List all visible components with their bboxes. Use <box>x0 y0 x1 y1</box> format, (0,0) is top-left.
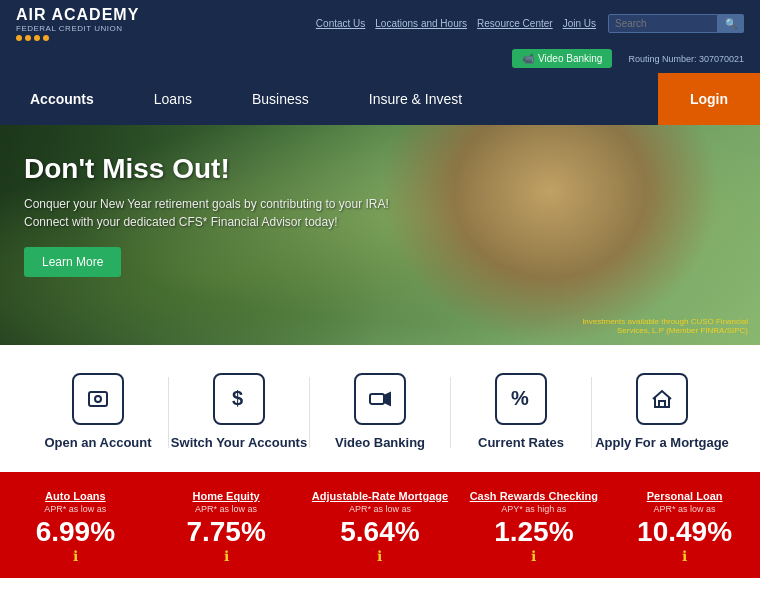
apply-mortgage-label: Apply For a Mortgage <box>595 435 729 452</box>
rate-item-2: Adjustable-Rate Mortgage APR* as low as … <box>312 490 448 564</box>
search-input[interactable] <box>608 14 718 33</box>
switch-accounts-label: Switch Your Accounts <box>171 435 307 452</box>
video-icon: 📹 <box>522 53 534 64</box>
rate-title-3[interactable]: Cash Rewards Checking <box>470 490 598 502</box>
switch-accounts-icon: $ <box>213 373 265 425</box>
rate-subtitle-1: APR* as low as <box>195 504 257 514</box>
svg-text:%: % <box>511 387 529 409</box>
rate-info-icon-2[interactable]: ℹ <box>377 548 382 564</box>
search-button[interactable]: 🔍 <box>718 14 744 33</box>
open-account-label: Open an Account <box>44 435 151 452</box>
svg-marker-6 <box>384 393 390 405</box>
quick-link-open-account[interactable]: Open an Account <box>28 373 168 452</box>
rate-item-1: Home Equity APR* as low as 7.75% ℹ <box>161 490 291 564</box>
rate-info-icon-1[interactable]: ℹ <box>224 548 229 564</box>
locations-link[interactable]: Locations and Hours <box>375 18 467 29</box>
rate-info-icon-3[interactable]: ℹ <box>531 548 536 564</box>
rate-item-4: Personal Loan APR* as low as 10.49% ℹ <box>620 490 750 564</box>
hero-title: Don't Miss Out! <box>24 153 396 185</box>
nav-insure-invest[interactable]: Insure & Invest <box>339 73 492 125</box>
rate-info-icon-4[interactable]: ℹ <box>682 548 687 564</box>
quick-links: Open an Account $ Switch Your Accounts V… <box>0 345 760 472</box>
svg-rect-8 <box>659 401 665 407</box>
rate-subtitle-2: APR* as low as <box>349 504 411 514</box>
quick-link-switch-accounts[interactable]: $ Switch Your Accounts <box>169 373 309 452</box>
rate-subtitle-3: APY* as high as <box>501 504 566 514</box>
hero-cta-button[interactable]: Learn More <box>24 247 121 277</box>
top-nav-right: Contact Us Locations and Hours Resource … <box>316 14 744 33</box>
quick-link-apply-mortgage[interactable]: Apply For a Mortgage <box>592 373 732 452</box>
dot-1 <box>16 35 22 41</box>
hero-content: Don't Miss Out! Conquer your New Year re… <box>0 125 420 305</box>
hero-people-image <box>380 125 720 345</box>
top-bar: AIR ACADEMY FEDERAL CREDIT UNION Contact… <box>0 0 760 47</box>
video-banking-button[interactable]: 📹 Video Banking <box>512 49 612 68</box>
video-banking-icon <box>354 373 406 425</box>
rate-item-3: Cash Rewards Checking APY* as high as 1.… <box>469 490 599 564</box>
rate-subtitle-4: APR* as low as <box>654 504 716 514</box>
quick-link-video-banking[interactable]: Video Banking <box>310 373 450 452</box>
main-nav: Accounts Loans Business Insure & Invest … <box>0 73 760 125</box>
rate-item-0: Auto Loans APR* as low as 6.99% ℹ <box>10 490 140 564</box>
dot-2 <box>25 35 31 41</box>
rate-subtitle-0: APR* as low as <box>44 504 106 514</box>
brand-sub: FEDERAL CREDIT UNION <box>16 24 139 33</box>
hero-disclaimer: Investments available through CUSO Finan… <box>568 317 748 335</box>
hero-text: Conquer your New Year retirement goals b… <box>24 195 396 231</box>
rate-info-icon-0[interactable]: ℹ <box>73 548 78 564</box>
nav-business[interactable]: Business <box>222 73 339 125</box>
contact-us-link[interactable]: Contact Us <box>316 18 365 29</box>
rate-title-0[interactable]: Auto Loans <box>45 490 106 502</box>
resource-center-link[interactable]: Resource Center <box>477 18 553 29</box>
dot-3 <box>34 35 40 41</box>
video-banking-label: Video Banking <box>538 53 602 64</box>
rate-value-3: 1.25% <box>494 518 573 546</box>
rates-bar: Auto Loans APR* as low as 6.99% ℹ Home E… <box>0 472 760 578</box>
rate-value-0: 6.99% <box>36 518 115 546</box>
rate-value-4: 10.49% <box>637 518 732 546</box>
rate-title-2[interactable]: Adjustable-Rate Mortgage <box>312 490 448 502</box>
open-account-icon <box>72 373 124 425</box>
brand-name: AIR ACADEMY <box>16 6 139 24</box>
login-button[interactable]: Login <box>658 73 760 125</box>
search-form: 🔍 <box>608 14 744 33</box>
nav-accounts[interactable]: Accounts <box>0 73 124 125</box>
rate-value-1: 7.75% <box>186 518 265 546</box>
top-bar-bottom-row: 📹 Video Banking Routing Number: 30707002… <box>0 47 760 73</box>
logo: AIR ACADEMY FEDERAL CREDIT UNION <box>16 6 139 41</box>
hero-banner: Don't Miss Out! Conquer your New Year re… <box>0 125 760 345</box>
rate-title-4[interactable]: Personal Loan <box>647 490 723 502</box>
rate-title-1[interactable]: Home Equity <box>192 490 259 502</box>
current-rates-icon: % <box>495 373 547 425</box>
quick-link-current-rates[interactable]: % Current Rates <box>451 373 591 452</box>
current-rates-label: Current Rates <box>478 435 564 452</box>
top-nav-links: Contact Us Locations and Hours Resource … <box>316 18 596 29</box>
svg-point-1 <box>95 396 101 402</box>
rate-value-2: 5.64% <box>340 518 419 546</box>
svg-text:$: $ <box>232 387 243 409</box>
logo-dots <box>16 35 139 41</box>
routing-number: Routing Number: 307070021 <box>628 54 744 64</box>
video-banking-label: Video Banking <box>335 435 425 452</box>
svg-rect-5 <box>370 394 384 404</box>
nav-loans[interactable]: Loans <box>124 73 222 125</box>
apply-mortgage-icon <box>636 373 688 425</box>
svg-rect-0 <box>89 392 107 406</box>
dot-4 <box>43 35 49 41</box>
join-us-link[interactable]: Join Us <box>563 18 596 29</box>
